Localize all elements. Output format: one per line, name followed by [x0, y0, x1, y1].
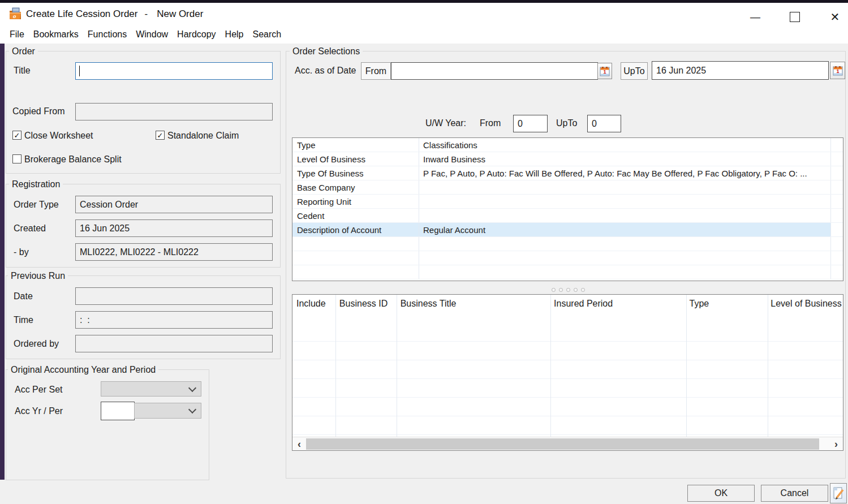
criteria-spacer-cell [831, 138, 843, 152]
criteria-spacer-cell [831, 152, 843, 166]
created-label: Created [14, 223, 46, 234]
criteria-row[interactable] [292, 251, 843, 265]
order-selections-group-label: Order Selections [290, 46, 363, 56]
criteria-type-cell [292, 265, 419, 279]
cancel-button[interactable]: Cancel [761, 485, 828, 502]
business-column-header[interactable]: Level of Business [767, 295, 843, 323]
from-date-calendar-button[interactable]: 1 [597, 63, 612, 79]
standalone-claim-label: Standalone Claim [167, 131, 239, 141]
minimize-button[interactable]: — [746, 6, 765, 28]
criteria-type-cell [292, 251, 419, 265]
criteria-classifications-cell: P Fac, P Auto, P Auto: Fac Will Be Offer… [419, 166, 831, 180]
create-life-cession-order-window: o Create Life Cession Order - New Order … [0, 0, 848, 504]
pencil-document-icon [832, 486, 845, 501]
criteria-row[interactable]: Reporting Unit [292, 195, 843, 209]
acc-as-of-date-label: Acc. as of Date [295, 66, 356, 76]
horizontal-scrollbar[interactable]: ‹ › [292, 437, 843, 451]
uw-year-upto-input[interactable]: 0 [587, 115, 621, 132]
chevron-down-icon [188, 406, 196, 413]
splitter-grip-dot [559, 288, 563, 292]
criteria-classifications-cell [419, 195, 831, 208]
criteria-table: TypeClassificationsLevel Of BusinessInwa… [292, 137, 843, 281]
criteria-type-cell: Reporting Unit [292, 195, 419, 208]
prev-run-date-label: Date [14, 291, 33, 301]
menu-item-help[interactable]: Help [221, 27, 248, 42]
acc-per-dropdown[interactable] [134, 403, 201, 419]
criteria-classifications-cell: Regular Account [419, 223, 831, 236]
acc-yr-per-label: Acc Yr / Per [15, 406, 63, 416]
created-field: 16 Jun 2025 [75, 219, 273, 237]
original-accounting-group-label: Original Accounting Year and Period [8, 365, 158, 374]
brokerage-balance-split-checkbox[interactable] [12, 154, 21, 163]
close-worksheet-checkbox[interactable]: ✓ [12, 131, 21, 140]
business-column-header[interactable]: Include [292, 295, 335, 323]
business-column-header[interactable]: Business Title [397, 295, 550, 323]
criteria-spacer-cell [831, 265, 843, 279]
criteria-classifications-cell [419, 209, 831, 222]
acc-date-upto-input[interactable]: 16 Jun 2025 [652, 61, 829, 80]
edit-note-button[interactable] [830, 483, 847, 503]
criteria-classifications-cell: Inward Business [419, 152, 831, 166]
column-divider [550, 295, 551, 437]
menu-item-bookmarks[interactable]: Bookmarks [29, 27, 83, 42]
text-cursor [79, 66, 80, 76]
acc-per-set-dropdown[interactable] [101, 381, 201, 397]
acc-date-from-input[interactable] [391, 62, 598, 80]
business-column-header[interactable]: Insured Period [550, 295, 686, 323]
criteria-row[interactable]: Type Of BusinessP Fac, P Auto, P Auto: F… [292, 166, 843, 180]
criteria-row[interactable]: Base Company [292, 180, 843, 195]
scroll-right-arrow[interactable]: › [829, 437, 843, 451]
upto-date-calendar-button[interactable]: 1 [830, 62, 845, 79]
close-button[interactable]: ✕ [825, 6, 845, 28]
criteria-spacer-cell [831, 209, 843, 222]
scroll-left-arrow[interactable]: ‹ [292, 437, 306, 451]
menu-item-window[interactable]: Window [132, 27, 172, 42]
standalone-claim-checkbox[interactable]: ✓ [156, 131, 165, 140]
acc-date-upto-label: UpTo [621, 62, 648, 80]
criteria-table-rows: TypeClassificationsLevel Of BusinessInwa… [292, 138, 843, 279]
prev-run-date-field [75, 287, 273, 305]
criteria-spacer-cell [831, 195, 843, 208]
uw-year-from-input[interactable]: 0 [513, 115, 548, 132]
window-folder-icon: o [8, 6, 23, 23]
splitter-grip-dot [566, 288, 570, 292]
business-table-header: IncludeBusiness IDBusiness TitleInsured … [292, 295, 843, 323]
maximize-icon [790, 12, 800, 22]
business-column-header[interactable]: Type [686, 295, 767, 323]
acc-per-set-label: Acc Per Set [15, 385, 62, 395]
criteria-row[interactable]: Description of AccountRegular Account [292, 223, 843, 237]
criteria-type-cell: Type Of Business [292, 166, 419, 180]
business-row[interactable] [292, 360, 843, 379]
column-divider [686, 295, 687, 437]
criteria-header-row[interactable]: TypeClassifications [292, 138, 843, 152]
splitter-handle[interactable] [552, 286, 585, 293]
menu-item-search[interactable]: Search [248, 27, 285, 42]
business-row[interactable] [292, 416, 843, 435]
business-column-header[interactable]: Business ID [335, 295, 397, 323]
menu-item-file[interactable]: File [6, 27, 28, 42]
business-row[interactable] [292, 379, 843, 398]
prev-run-time-label: Time [14, 315, 33, 325]
maximize-button[interactable] [785, 6, 804, 28]
criteria-row[interactable] [292, 237, 843, 251]
criteria-row[interactable]: Level Of BusinessInward Business [292, 152, 843, 166]
business-row[interactable] [292, 323, 843, 342]
copied-from-label: Copied From [12, 106, 64, 117]
criteria-spacer-cell [831, 223, 843, 236]
ok-button[interactable]: OK [687, 485, 755, 502]
svg-text:o: o [13, 12, 16, 19]
criteria-classifications-cell [419, 180, 831, 194]
business-row[interactable] [292, 342, 843, 360]
scrollbar-thumb[interactable] [306, 438, 819, 450]
splitter-grip-dot [581, 288, 585, 292]
prev-run-time-field: : : [75, 311, 273, 329]
business-row[interactable] [292, 398, 843, 416]
svg-text:1: 1 [836, 68, 839, 74]
criteria-row[interactable] [292, 265, 843, 279]
title-input[interactable] [75, 62, 273, 80]
acc-date-from-label: From [361, 62, 391, 80]
acc-yr-input[interactable] [101, 402, 135, 420]
menu-item-functions[interactable]: Functions [84, 27, 131, 42]
menu-item-hardcopy[interactable]: Hardcopy [173, 27, 219, 42]
criteria-row[interactable]: Cedent [292, 209, 843, 223]
